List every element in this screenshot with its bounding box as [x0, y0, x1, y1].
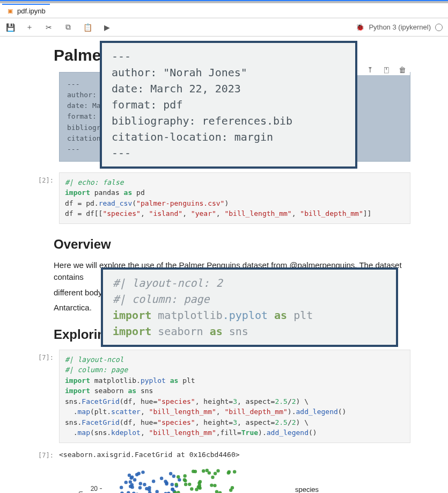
svg-point-172 [174, 483, 178, 486]
svg-point-189 [202, 469, 205, 473]
overview-heading: Overview [54, 237, 410, 252]
svg-point-149 [211, 476, 214, 479]
svg-point-39 [129, 480, 132, 483]
svg-point-75 [148, 488, 151, 491]
svg-point-154 [184, 483, 187, 486]
svg-point-46 [172, 475, 175, 478]
svg-point-187 [192, 470, 195, 473]
svg-point-144 [195, 488, 198, 491]
svg-point-70 [139, 482, 142, 485]
tab-bar: ▣ pdf.ipynb [0, 3, 448, 18]
kernel-status-icon [435, 24, 443, 31]
svg-point-182 [213, 484, 216, 487]
out-prompt-7: [7]: [32, 447, 59, 459]
notebook-toolbar: 💾 ＋ ✂ ⧉ 📋 ▶ 🐞 Python 3 (ipykernel) [0, 18, 448, 37]
svg-point-36 [127, 491, 130, 493]
svg-point-47 [171, 483, 174, 486]
tab-filename: pdf.ipynb [17, 7, 46, 15]
code-input-2[interactable]: #| echo: false import pandas as pd df = … [59, 172, 410, 224]
svg-point-175 [198, 484, 201, 487]
svg-text:species: species [295, 485, 319, 493]
svg-point-29 [133, 478, 136, 481]
kernel-name: Python 3 (ipykernel) [369, 23, 431, 31]
insert-above-icon[interactable]: ⤒ [366, 66, 374, 74]
svg-point-180 [199, 480, 202, 483]
svg-point-8 [124, 481, 128, 484]
svg-text:20: 20 [91, 485, 98, 492]
svg-point-162 [177, 491, 180, 493]
svg-point-155 [216, 469, 219, 472]
svg-point-165 [215, 490, 218, 493]
cut-icon[interactable]: ✂ [44, 23, 54, 32]
save-icon[interactable]: 💾 [5, 23, 15, 32]
zoom-callout-yaml: --- author: "Norah Jones" date: March 22… [100, 41, 357, 169]
svg-point-12 [152, 480, 155, 483]
svg-point-168 [233, 470, 236, 473]
svg-point-58 [160, 477, 163, 480]
tab-pdf-ipynb[interactable]: ▣ pdf.ipynb [2, 4, 50, 17]
svg-text:bill_depth_mm: bill_depth_mm [77, 491, 84, 493]
svg-point-33 [178, 478, 181, 481]
code-cell-2[interactable]: [2]: #| echo: false import pandas as pd … [32, 172, 410, 224]
in-prompt-7: [7]: [32, 350, 59, 361]
svg-point-76 [165, 482, 168, 485]
svg-point-71 [169, 472, 172, 475]
kernel-indicator[interactable]: 🐞 Python 3 (ipykernel) [356, 23, 443, 31]
zoom-callout-code: #| layout-ncol: 2 #| column: page import… [101, 267, 398, 347]
svg-point-13 [120, 485, 123, 489]
svg-point-186 [188, 483, 191, 486]
code-input-7[interactable]: #| layout-ncol #| column: page import ma… [59, 350, 410, 443]
insert-below-icon[interactable]: ⍞ [382, 66, 391, 74]
svg-point-50 [141, 470, 144, 474]
bug-icon: 🐞 [356, 23, 364, 31]
output-text-7: <seaborn.axisgrid.FacetGrid at 0x16cbd44… [59, 447, 410, 459]
scatter-plot: 161820bill_depth_mmspeciesAdelieGentooCh… [75, 462, 354, 493]
add-cell-icon[interactable]: ＋ [25, 23, 34, 32]
in-prompt-2: [2]: [32, 172, 59, 184]
delete-cell-icon[interactable]: 🗑 [398, 66, 407, 74]
svg-point-171 [190, 487, 193, 490]
run-icon[interactable]: ▶ [102, 23, 112, 32]
notebook-content: Palmer ⧉ ↑ ↓ ⤒ ⍞ 🗑 --- author: "No date:… [0, 37, 448, 493]
code-cell-7[interactable]: [7]: #| layout-ncol #| column: page impo… [32, 350, 410, 443]
notebook-icon: ▣ [6, 8, 14, 15]
svg-point-177 [183, 478, 186, 481]
svg-point-174 [227, 471, 230, 474]
paste-icon[interactable]: 📋 [83, 23, 92, 32]
svg-point-23 [143, 483, 146, 486]
svg-point-37 [155, 490, 158, 493]
svg-point-74 [129, 485, 132, 488]
svg-point-65 [128, 474, 131, 477]
svg-point-170 [214, 472, 217, 475]
svg-point-179 [229, 489, 232, 492]
svg-point-139 [183, 474, 186, 477]
output-cell-7: [7]: <seaborn.axisgrid.FacetGrid at 0x16… [32, 447, 410, 493]
svg-point-53 [138, 486, 142, 489]
svg-point-17 [137, 472, 140, 475]
copy-icon[interactable]: ⧉ [63, 23, 73, 32]
svg-point-147 [177, 475, 180, 479]
svg-point-190 [205, 469, 209, 472]
svg-point-138 [210, 483, 213, 487]
svg-point-153 [218, 491, 222, 493]
